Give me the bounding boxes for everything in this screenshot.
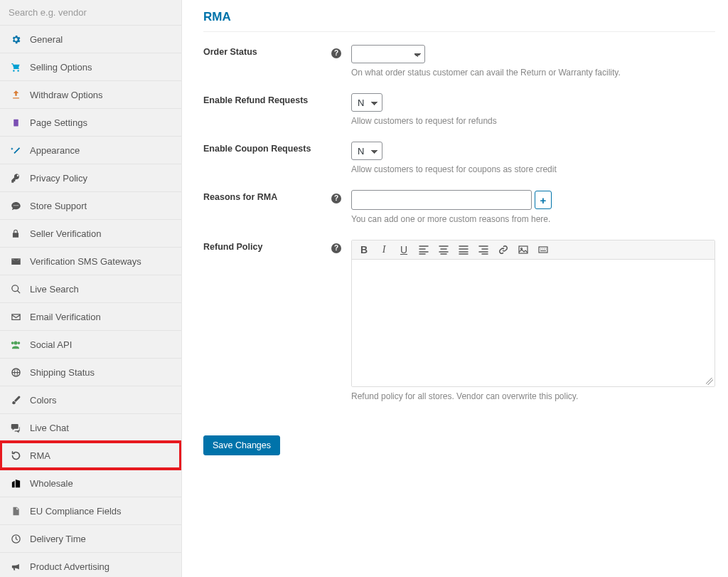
- doc-icon: [10, 505, 21, 517]
- undo-icon: [10, 450, 21, 461]
- wand-icon: [10, 144, 21, 156]
- search-icon: [10, 283, 21, 295]
- reason-input[interactable]: [351, 190, 532, 210]
- sidebar-item-label: Wholesale: [30, 478, 73, 489]
- sidebar-item-label: General: [30, 34, 63, 45]
- editor-toolbar: B I U: [352, 240, 714, 260]
- sidebar-item-label: Social API: [30, 339, 72, 350]
- image-icon[interactable]: [517, 243, 530, 256]
- align-center-icon[interactable]: [437, 243, 450, 256]
- order-status-select[interactable]: [351, 45, 425, 63]
- row-refund-policy: Refund Policy ? B I U: [203, 240, 715, 401]
- brush-icon: [10, 394, 21, 406]
- sidebar-item-label: Page Settings: [30, 117, 87, 128]
- add-reason-button[interactable]: +: [535, 191, 552, 209]
- sidebar-item-wholesale[interactable]: Wholesale: [0, 469, 181, 497]
- underline-icon[interactable]: U: [397, 243, 410, 256]
- align-justify-icon[interactable]: [457, 243, 470, 256]
- desc-refund-policy: Refund policy for all stores. Vendor can…: [351, 391, 715, 401]
- desc-order-status: On what order status customer can avail …: [351, 68, 715, 78]
- sidebar-item-live-chat[interactable]: Live Chat: [0, 413, 181, 442]
- help-icon[interactable]: ?: [331, 48, 341, 58]
- sidebar-item-general[interactable]: General: [0, 25, 181, 53]
- settings-sidebar: GeneralSelling OptionsWithdraw OptionsPa…: [0, 0, 182, 577]
- desc-enable-coupon: Allow customers to request for coupons a…: [351, 164, 715, 174]
- enable-coupon-select[interactable]: No: [351, 142, 382, 160]
- keyboard-icon[interactable]: [537, 243, 550, 256]
- sidebar-item-label: Seller Verification: [30, 228, 101, 239]
- sidebar-item-product-advertising[interactable]: Product Advertising: [0, 552, 181, 577]
- megaphone-icon: [10, 561, 21, 572]
- cart-icon: [10, 61, 21, 73]
- sidebar-item-label: Store Support: [30, 201, 87, 211]
- envelope-icon: [10, 311, 21, 322]
- sidebar-item-page-settings[interactable]: Page Settings: [0, 108, 181, 137]
- align-right-icon[interactable]: [477, 243, 490, 256]
- key-icon: [10, 172, 21, 184]
- page-icon: [10, 117, 21, 128]
- svg-point-3: [521, 248, 523, 250]
- sidebar-item-seller-verification[interactable]: Seller Verification: [0, 219, 181, 248]
- resize-handle-icon[interactable]: [706, 378, 713, 385]
- link-icon[interactable]: [497, 243, 510, 256]
- refund-policy-editor: B I U: [351, 240, 715, 387]
- editor-textarea[interactable]: [352, 260, 714, 386]
- sidebar-item-label: Privacy Policy: [30, 173, 87, 184]
- chat-icon: [10, 200, 21, 211]
- users-icon: [10, 339, 21, 350]
- svg-rect-4: [539, 247, 547, 253]
- sidebar-item-rma[interactable]: RMA: [0, 441, 181, 470]
- row-reasons: Reasons for RMA ? + You can add one or m…: [203, 190, 715, 224]
- sidebar-item-email-verification[interactable]: Email Verification: [0, 302, 181, 331]
- sidebar-item-label: Verification SMS Gateways: [30, 256, 141, 267]
- label-reasons: Reasons for RMA: [203, 190, 331, 224]
- sidebar-item-label: Live Chat: [30, 423, 69, 433]
- sidebar-item-selling-options[interactable]: Selling Options: [0, 53, 181, 81]
- lock-icon: [10, 228, 21, 239]
- align-left-icon[interactable]: [417, 243, 430, 256]
- sidebar-item-appearance[interactable]: Appearance: [0, 136, 181, 164]
- sidebar-item-shipping-status[interactable]: Shipping Status: [0, 358, 181, 386]
- sidebar-item-live-search[interactable]: Live Search: [0, 275, 181, 303]
- sidebar-item-label: EU Compliance Fields: [30, 506, 122, 517]
- sidebar-item-colors[interactable]: Colors: [0, 386, 181, 414]
- sidebar-nav-list: GeneralSelling OptionsWithdraw OptionsPa…: [0, 25, 181, 577]
- gear-icon: [10, 33, 21, 45]
- sidebar-item-verification-sms-gateways[interactable]: Verification SMS Gateways: [0, 247, 181, 275]
- sidebar-item-label: Selling Options: [30, 62, 92, 73]
- svg-rect-0: [14, 119, 18, 126]
- comments-icon: [10, 422, 21, 433]
- sidebar-item-label: Colors: [30, 395, 57, 406]
- sidebar-item-delivery-time[interactable]: Delivery Time: [0, 524, 181, 553]
- desc-reasons: You can add one or more custom reasons f…: [351, 214, 715, 224]
- label-enable-coupon: Enable Coupon Requests: [203, 142, 331, 174]
- upload-icon: [10, 89, 21, 100]
- desc-enable-refund: Allow customers to request for refunds: [351, 116, 715, 126]
- enable-refund-select[interactable]: No: [351, 93, 382, 112]
- sidebar-search-wrap: [0, 0, 181, 25]
- row-enable-coupon: Enable Coupon Requests No Allow customer…: [203, 142, 715, 174]
- label-order-status: Order Status: [203, 45, 331, 78]
- globe-icon: [10, 366, 21, 378]
- sidebar-item-label: RMA: [30, 450, 50, 461]
- help-icon[interactable]: ?: [331, 194, 341, 203]
- main-content: RMA Order Status ? On what order status …: [182, 0, 728, 577]
- page-title: RMA: [203, 10, 715, 32]
- sidebar-item-eu-compliance-fields[interactable]: EU Compliance Fields: [0, 497, 181, 525]
- sidebar-item-store-support[interactable]: Store Support: [0, 191, 181, 220]
- help-icon[interactable]: ?: [331, 243, 341, 253]
- sidebar-item-withdraw-options[interactable]: Withdraw Options: [0, 80, 181, 109]
- clock-icon: [10, 533, 21, 544]
- sidebar-item-label: Appearance: [30, 145, 80, 156]
- save-changes-button[interactable]: Save Changes: [203, 435, 280, 455]
- label-enable-refund: Enable Refund Requests: [203, 93, 331, 126]
- row-order-status: Order Status ? On what order status cust…: [203, 45, 715, 78]
- sidebar-item-label: Email Verification: [30, 312, 101, 322]
- sidebar-item-label: Live Search: [30, 284, 79, 295]
- bold-icon[interactable]: B: [358, 243, 370, 256]
- sidebar-item-social-api[interactable]: Social API: [0, 330, 181, 359]
- sidebar-item-privacy-policy[interactable]: Privacy Policy: [0, 164, 181, 192]
- italic-icon[interactable]: I: [378, 243, 390, 256]
- sidebar-search-input[interactable]: [7, 4, 174, 21]
- building-icon: [10, 477, 21, 489]
